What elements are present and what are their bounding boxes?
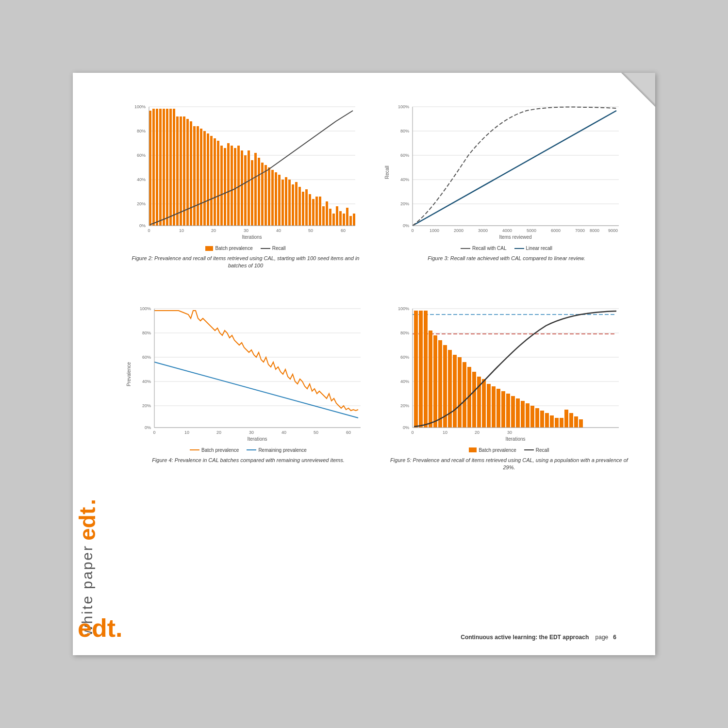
svg-text:30: 30 bbox=[244, 228, 248, 233]
svg-text:50: 50 bbox=[308, 228, 313, 233]
svg-rect-31 bbox=[214, 138, 216, 226]
figure5-container: 100% 80% 60% 40% 20% 0% bbox=[390, 304, 629, 472]
svg-text:100%: 100% bbox=[140, 306, 151, 311]
svg-rect-166 bbox=[511, 396, 515, 428]
legend-f4-remaining-line bbox=[247, 449, 256, 450]
svg-rect-161 bbox=[487, 384, 491, 428]
svg-rect-169 bbox=[526, 403, 529, 428]
svg-text:60: 60 bbox=[346, 430, 351, 435]
svg-rect-22 bbox=[183, 116, 185, 226]
svg-rect-167 bbox=[516, 398, 520, 428]
svg-rect-52 bbox=[285, 177, 287, 226]
legend-linear-label: Linear recall bbox=[526, 246, 552, 251]
svg-text:20%: 20% bbox=[142, 403, 151, 408]
svg-text:100%: 100% bbox=[398, 306, 409, 311]
svg-rect-146 bbox=[414, 311, 418, 428]
svg-rect-171 bbox=[535, 408, 539, 428]
svg-rect-70 bbox=[346, 208, 348, 226]
svg-text:20%: 20% bbox=[137, 201, 146, 206]
svg-text:0%: 0% bbox=[403, 425, 409, 430]
legend-cal-label: Recall with CAL bbox=[472, 246, 507, 251]
svg-rect-165 bbox=[506, 394, 510, 428]
figure2-chart: 100% 80% 60% 40% 20% 0% bbox=[127, 102, 365, 243]
svg-text:Items reviewed: Items reviewed bbox=[499, 234, 531, 240]
svg-text:0: 0 bbox=[411, 228, 414, 233]
svg-text:5000: 5000 bbox=[527, 228, 536, 233]
svg-text:40: 40 bbox=[281, 430, 286, 435]
svg-rect-20 bbox=[176, 116, 179, 226]
svg-text:2000: 2000 bbox=[454, 228, 463, 233]
svg-rect-47 bbox=[268, 167, 270, 226]
svg-text:60%: 60% bbox=[400, 355, 409, 360]
svg-text:9000: 9000 bbox=[608, 228, 618, 233]
svg-rect-58 bbox=[305, 189, 308, 226]
svg-rect-18 bbox=[169, 109, 172, 226]
svg-text:20%: 20% bbox=[400, 403, 409, 408]
svg-rect-151 bbox=[438, 340, 442, 428]
svg-rect-40 bbox=[244, 155, 247, 226]
svg-rect-65 bbox=[329, 209, 331, 226]
svg-text:60%: 60% bbox=[142, 355, 151, 360]
svg-rect-43 bbox=[254, 153, 257, 226]
svg-text:80%: 80% bbox=[142, 331, 151, 335]
svg-rect-158 bbox=[472, 372, 476, 428]
edt-dot: . bbox=[74, 499, 100, 505]
svg-rect-168 bbox=[521, 401, 525, 428]
svg-rect-56 bbox=[298, 187, 301, 226]
edt-big-text: edt bbox=[78, 615, 116, 641]
svg-text:Iterations: Iterations bbox=[242, 234, 262, 240]
svg-text:1000: 1000 bbox=[430, 228, 439, 233]
svg-text:40: 40 bbox=[276, 228, 281, 233]
svg-text:0: 0 bbox=[153, 430, 155, 435]
svg-rect-13 bbox=[152, 109, 155, 226]
svg-rect-21 bbox=[180, 116, 182, 226]
legend-f5-batch-swatch bbox=[469, 447, 477, 452]
svg-text:20: 20 bbox=[475, 430, 480, 435]
svg-text:8000: 8000 bbox=[590, 228, 599, 233]
svg-text:0: 0 bbox=[148, 228, 150, 233]
legend-f4-batch-label: Batch prevalence bbox=[201, 447, 239, 453]
svg-rect-55 bbox=[295, 182, 298, 226]
svg-rect-173 bbox=[545, 413, 549, 428]
legend-f5-batch-label: Batch prevalence bbox=[479, 447, 516, 453]
legend-f4-remaining-label: Remaining prevalence bbox=[258, 447, 307, 453]
svg-text:10: 10 bbox=[443, 430, 447, 435]
svg-rect-150 bbox=[433, 335, 437, 428]
svg-text:80%: 80% bbox=[400, 331, 409, 335]
svg-rect-160 bbox=[482, 379, 486, 428]
svg-text:50: 50 bbox=[314, 430, 318, 435]
svg-rect-72 bbox=[353, 214, 355, 226]
svg-text:100%: 100% bbox=[398, 104, 409, 109]
svg-rect-39 bbox=[241, 150, 243, 226]
svg-rect-17 bbox=[166, 109, 168, 226]
svg-rect-63 bbox=[322, 206, 325, 226]
svg-rect-154 bbox=[453, 355, 457, 428]
figure2-legend: Batch prevalence Recall bbox=[126, 246, 365, 251]
figure5-chart: 100% 80% 60% 40% 20% 0% bbox=[391, 304, 629, 445]
edt-big-dot: . bbox=[116, 615, 122, 641]
legend-f5-recall-label: Recall bbox=[536, 447, 549, 453]
svg-rect-179 bbox=[574, 416, 578, 428]
figure4-chart: 100% 80% 60% 40% 20% 0% bbox=[132, 304, 370, 445]
svg-text:60%: 60% bbox=[137, 153, 146, 158]
svg-text:40%: 40% bbox=[400, 177, 409, 182]
svg-text:0: 0 bbox=[411, 430, 414, 435]
svg-rect-33 bbox=[220, 146, 223, 226]
svg-text:Iterations: Iterations bbox=[505, 436, 525, 442]
figure2-container: 100% 80% 60% 40% 20% 0% bbox=[126, 102, 365, 270]
svg-rect-46 bbox=[265, 165, 267, 226]
svg-rect-156 bbox=[463, 362, 466, 428]
figure4-ylabel: Prevalence bbox=[126, 304, 132, 445]
svg-rect-27 bbox=[200, 129, 202, 226]
figure4-title: Figure 4: Prevalence in CAL batches comp… bbox=[126, 457, 370, 464]
figure5-legend: Batch prevalence Recall bbox=[390, 447, 629, 453]
svg-text:20: 20 bbox=[216, 430, 221, 435]
svg-text:0%: 0% bbox=[139, 223, 146, 228]
svg-text:3000: 3000 bbox=[478, 228, 488, 233]
figure4-legend: Batch prevalence Remaining prevalence bbox=[126, 447, 370, 453]
figure3-title: Figure 3: Recall rate achieved with CAL … bbox=[384, 255, 629, 262]
svg-text:80%: 80% bbox=[400, 129, 409, 133]
svg-rect-15 bbox=[159, 109, 162, 226]
page: edt . white paper bbox=[73, 73, 655, 655]
svg-rect-44 bbox=[258, 158, 260, 226]
